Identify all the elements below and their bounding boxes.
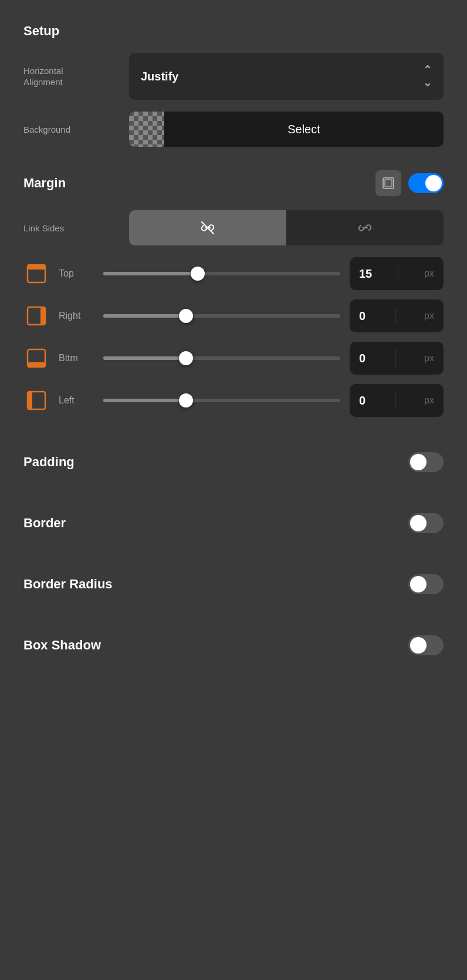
bottom-icon xyxy=(26,348,47,369)
border-radius-row: Border Radius xyxy=(23,568,444,600)
left-slider-fill xyxy=(103,399,179,402)
left-slider[interactable] xyxy=(103,399,340,402)
top-unit: px xyxy=(424,268,434,279)
padding-toggle[interactable] xyxy=(408,452,444,472)
link-sides-row: Link Sides xyxy=(23,210,444,245)
border-radius-toggle[interactable] xyxy=(408,574,444,594)
right-margin-icon xyxy=(23,303,49,329)
right-row: Right 0 px xyxy=(23,299,444,332)
border-section: Border xyxy=(23,507,444,539)
box-shadow-row: Box Shadow xyxy=(23,629,444,661)
padding-toggle-knob xyxy=(410,454,427,470)
left-label: Left xyxy=(59,395,94,406)
border-title: Border xyxy=(23,516,66,531)
top-value[interactable]: 15 xyxy=(359,267,372,281)
margin-section: Margin Link Sides xyxy=(23,170,444,417)
top-slider-track xyxy=(103,272,340,275)
margin-toggle-knob xyxy=(425,175,442,191)
horizontal-alignment-value: Justify xyxy=(141,70,178,83)
svg-rect-1 xyxy=(385,180,392,187)
background-select-button[interactable]: Select xyxy=(164,112,444,147)
background-field: Select xyxy=(129,112,444,147)
border-radius-title: Border Radius xyxy=(23,577,113,592)
right-label: Right xyxy=(59,311,94,321)
top-row: Top 15 px xyxy=(23,257,444,290)
svg-rect-10 xyxy=(28,392,32,409)
margin-title: Margin xyxy=(23,176,66,191)
setup-title: Setup xyxy=(23,23,444,39)
link-button[interactable] xyxy=(286,210,444,245)
bottom-slider-thumb xyxy=(179,351,193,365)
border-radius-toggle-knob xyxy=(410,576,427,592)
bottom-slider-fill xyxy=(103,356,179,360)
bottom-slider-track xyxy=(103,356,340,360)
border-radius-section: Border Radius xyxy=(23,568,444,600)
left-slider-track xyxy=(103,399,340,402)
right-slider-fill xyxy=(103,314,179,318)
right-icon xyxy=(26,305,47,326)
horizontal-alignment-label: Horizontal Alignment xyxy=(23,65,129,88)
box-shadow-section: Box Shadow xyxy=(23,629,444,661)
left-margin-icon xyxy=(23,388,49,413)
padding-title: Padding xyxy=(23,454,75,470)
horizontal-alignment-dropdown[interactable]: Justify ⌃⌄ xyxy=(129,53,444,100)
left-value-box: 0 px xyxy=(350,384,444,417)
margin-toggle[interactable] xyxy=(408,173,444,193)
right-unit: px xyxy=(424,311,434,321)
box-shadow-toggle[interactable] xyxy=(408,635,444,655)
top-slider[interactable] xyxy=(103,272,340,275)
padding-row: Padding xyxy=(23,446,444,478)
bottom-value-box: 0 px xyxy=(350,342,444,375)
setup-section: Setup Horizontal Alignment Justify ⌃⌄ Ba… xyxy=(23,23,444,147)
svg-rect-8 xyxy=(28,362,45,367)
bottom-row: Bttm 0 px xyxy=(23,342,444,375)
top-slider-fill xyxy=(103,272,191,275)
svg-rect-6 xyxy=(40,307,45,325)
top-value-box: 15 px xyxy=(350,257,444,290)
svg-line-2 xyxy=(202,222,214,234)
right-slider[interactable] xyxy=(103,314,340,318)
left-divider xyxy=(395,392,395,409)
bottom-label: Bttm xyxy=(59,353,94,363)
left-row: Left 0 px xyxy=(23,384,444,417)
bottom-value[interactable]: 0 xyxy=(359,352,366,365)
top-divider xyxy=(398,265,398,282)
left-slider-thumb xyxy=(179,393,193,408)
top-margin-icon xyxy=(23,261,49,287)
bottom-margin-icon xyxy=(23,345,49,371)
top-slider-thumb xyxy=(191,267,205,281)
right-slider-track xyxy=(103,314,340,318)
link-sides-label: Link Sides xyxy=(23,223,129,233)
right-value-box: 0 px xyxy=(350,299,444,332)
right-slider-thumb xyxy=(179,309,193,323)
left-value[interactable]: 0 xyxy=(359,394,366,408)
unlink-icon xyxy=(199,220,216,236)
svg-rect-4 xyxy=(28,265,45,270)
bottom-unit: px xyxy=(424,353,434,363)
unlink-button[interactable] xyxy=(129,210,286,245)
link-sides-container xyxy=(129,210,444,245)
bottom-divider xyxy=(395,349,395,367)
top-label: Top xyxy=(59,268,94,279)
left-unit: px xyxy=(424,395,434,406)
box-shadow-toggle-knob xyxy=(410,637,427,654)
layers-icon xyxy=(382,177,395,190)
horizontal-alignment-row: Horizontal Alignment Justify ⌃⌄ xyxy=(23,53,444,100)
box-shadow-title: Box Shadow xyxy=(23,638,101,653)
padding-section: Padding xyxy=(23,446,444,478)
border-toggle-knob xyxy=(410,515,427,531)
right-divider xyxy=(395,307,395,325)
border-row: Border xyxy=(23,507,444,539)
background-label: Background xyxy=(23,124,129,134)
border-toggle[interactable] xyxy=(408,513,444,533)
margin-section-header: Margin xyxy=(23,170,444,196)
background-row: Background Select xyxy=(23,112,444,147)
bottom-slider[interactable] xyxy=(103,356,340,360)
checker-pattern xyxy=(129,112,164,147)
link-icon xyxy=(357,220,373,236)
margin-icon-button[interactable] xyxy=(375,170,401,196)
margin-header-controls xyxy=(375,170,444,196)
left-icon xyxy=(26,390,47,411)
chevron-icon: ⌃⌄ xyxy=(423,63,432,89)
right-value[interactable]: 0 xyxy=(359,309,366,323)
